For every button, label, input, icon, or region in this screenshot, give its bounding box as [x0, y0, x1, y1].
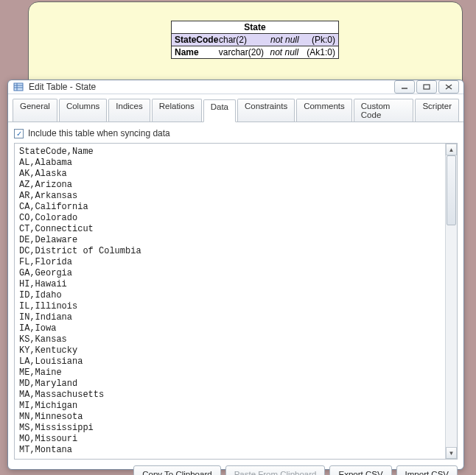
tab-columns[interactable]: Columns: [59, 99, 107, 122]
tab-indices[interactable]: Indices: [108, 99, 150, 122]
sync-checkbox-row: ✓ Include this table when syncing data: [14, 128, 458, 138]
table-icon: [13, 81, 24, 93]
sync-checkbox[interactable]: ✓: [14, 129, 24, 138]
edit-table-window: Edit Table - State GeneralColumnsIndices…: [7, 80, 464, 470]
scroll-up-arrow[interactable]: ▲: [446, 144, 457, 155]
button-row: Copy To Clipboard Paste From Clipboard E…: [14, 464, 458, 475]
entity-title: State: [172, 21, 338, 34]
entity-column-name: Name: [175, 47, 219, 57]
entity-column-name: StateCode: [175, 35, 219, 45]
entity-table[interactable]: State StateCodechar(2)not null(Pk:0)Name…: [171, 21, 339, 59]
maximize-button[interactable]: [416, 80, 437, 94]
import-csv-button[interactable]: Import CSV: [396, 465, 458, 475]
svg-rect-5: [424, 85, 430, 89]
tab-general[interactable]: General: [13, 99, 57, 122]
close-button[interactable]: [438, 80, 459, 94]
minimize-button[interactable]: [394, 80, 415, 94]
tab-custom-code[interactable]: Custom Code: [354, 99, 414, 122]
paste-from-clipboard-button: Paste From Clipboard: [225, 465, 326, 475]
tab-constraints[interactable]: Constraints: [237, 99, 295, 122]
entity-column-type: char(2): [219, 35, 270, 45]
copy-to-clipboard-button[interactable]: Copy To Clipboard: [133, 465, 220, 475]
entity-column-type: varchar(20): [219, 47, 270, 57]
window-title: Edit Table - State: [29, 82, 394, 92]
svg-rect-0: [14, 83, 23, 91]
titlebar: Edit Table - State: [8, 80, 463, 94]
data-textarea-container: StateCode,Name AL,Alabama AK,Alaska AZ,A…: [14, 143, 458, 460]
entity-column-nullable: not null: [270, 47, 307, 57]
tab-scripter[interactable]: Scripter: [415, 99, 459, 122]
tab-data[interactable]: Data: [203, 99, 236, 122]
entity-column-row[interactable]: StateCodechar(2)not null(Pk:0): [172, 34, 338, 46]
data-textarea[interactable]: StateCode,Name AL,Alabama AK,Alaska AZ,A…: [15, 144, 445, 459]
tab-panel-data: ✓ Include this table when syncing data S…: [8, 122, 463, 475]
scroll-thumb[interactable]: [447, 155, 456, 225]
tab-bar: GeneralColumnsIndicesRelationsDataConstr…: [8, 94, 463, 122]
tab-relations[interactable]: Relations: [152, 99, 202, 122]
scroll-down-arrow[interactable]: ▼: [446, 447, 457, 459]
entity-column-nullable: not null: [270, 35, 307, 45]
tab-comments[interactable]: Comments: [296, 99, 352, 122]
export-csv-button[interactable]: Export CSV: [329, 465, 391, 475]
entity-column-key: (Pk:0): [307, 35, 335, 45]
entity-column-key: (Ak1:0): [307, 47, 335, 57]
entity-column-row[interactable]: Namevarchar(20)not null(Ak1:0): [172, 46, 338, 58]
vertical-scrollbar[interactable]: ▲ ▼: [445, 144, 457, 459]
sync-checkbox-label: Include this table when syncing data: [28, 128, 170, 138]
